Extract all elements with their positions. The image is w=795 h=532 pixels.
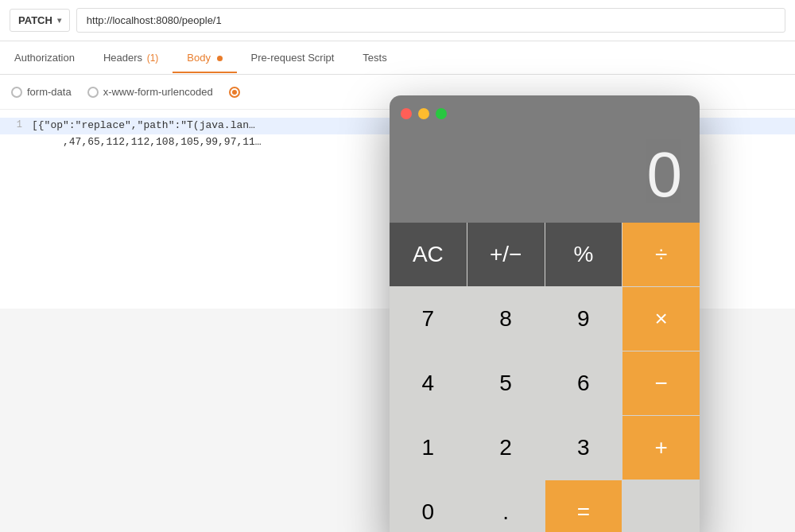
calc-btn-plusminus[interactable]: +/−	[467, 223, 545, 286]
close-button[interactable]	[401, 108, 412, 119]
traffic-lights	[401, 108, 688, 119]
calc-btn-7[interactable]: 7	[390, 287, 467, 351]
tab-tests[interactable]: Tests	[348, 42, 401, 73]
calc-btn-divide[interactable]: ÷	[622, 223, 700, 286]
calc-btn-percent[interactable]: %	[545, 223, 622, 286]
urlencoded-option[interactable]: x-www-form-urlencoded	[87, 86, 213, 98]
calc-btn-5[interactable]: 5	[467, 351, 545, 415]
top-bar: PATCH ▾	[0, 0, 795, 41]
calc-btn-3[interactable]: 3	[545, 416, 622, 480]
calc-btn-ac[interactable]: AC	[390, 223, 467, 286]
calc-btn-1[interactable]: 1	[390, 416, 467, 480]
calc-btn-6[interactable]: 6	[545, 351, 622, 415]
calc-btn-9[interactable]: 9	[545, 287, 622, 351]
calc-btn-decimal[interactable]: .	[467, 480, 545, 532]
urlencoded-radio[interactable]	[87, 87, 99, 98]
urlencoded-label: x-www-form-urlencoded	[103, 86, 213, 98]
calc-btn-plus[interactable]: +	[622, 416, 700, 480]
maximize-button[interactable]	[436, 108, 447, 119]
tab-body[interactable]: Body	[173, 42, 236, 73]
calculator: 0 AC +/− % ÷ 7 8 9 × 4	[390, 95, 700, 532]
url-input[interactable]	[76, 8, 785, 33]
form-data-option[interactable]: form-data	[11, 86, 72, 98]
body-dot	[217, 56, 223, 61]
calc-btn-multiply[interactable]: ×	[622, 287, 700, 351]
raw-radio[interactable]	[229, 87, 240, 98]
method-label: PATCH	[18, 14, 52, 26]
tab-pre-request-script[interactable]: Pre-request Script	[237, 42, 349, 73]
tabs-bar: Authorization Headers (1) Body Pre-reque…	[0, 41, 795, 75]
calc-btn-4[interactable]: 4	[390, 351, 467, 415]
calc-number-display: 0	[401, 130, 688, 215]
calc-btn-minus[interactable]: −	[622, 351, 700, 415]
calc-value: 0	[647, 138, 681, 212]
tab-authorization[interactable]: Authorization	[0, 42, 89, 73]
line-number-1: 1	[0, 118, 32, 130]
method-selector[interactable]: PATCH ▾	[10, 9, 70, 32]
calc-btn-2[interactable]: 2	[467, 416, 545, 480]
method-chevron: ▾	[57, 16, 61, 25]
minimize-button[interactable]	[418, 108, 429, 119]
calc-buttons-grid: AC +/− % ÷ 7 8 9 × 4 5 6	[390, 223, 700, 532]
line-number-indent	[0, 134, 32, 136]
calc-btn-8[interactable]: 8	[467, 287, 545, 351]
form-data-radio[interactable]	[11, 87, 22, 98]
calc-btn-equals[interactable]: =	[545, 480, 622, 532]
raw-option[interactable]	[229, 87, 245, 98]
tab-headers[interactable]: Headers (1)	[89, 42, 173, 73]
headers-badge: (1)	[147, 52, 159, 64]
calc-display: 0	[390, 95, 700, 223]
calc-btn-0[interactable]: 0	[390, 480, 467, 532]
form-data-label: form-data	[27, 86, 72, 98]
